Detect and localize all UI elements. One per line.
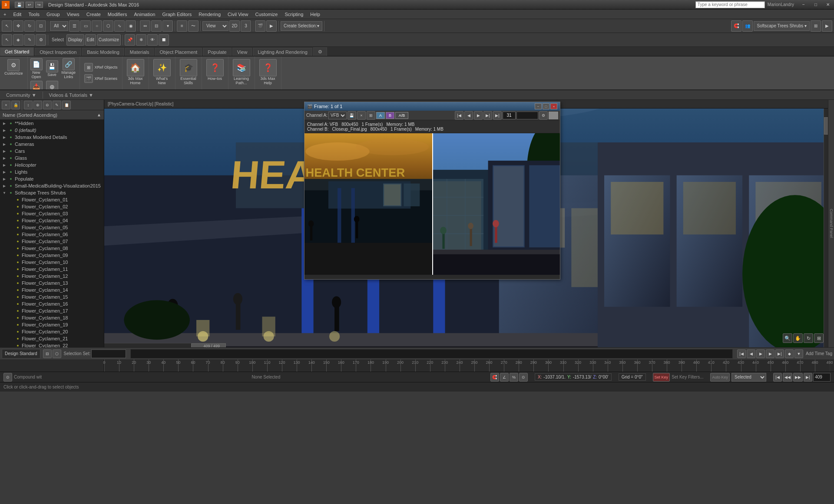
visible-btn[interactable]: 👁 [147, 34, 158, 46]
scene-item[interactable]: ● Flower_Cyclamen_21 [0, 335, 104, 342]
scene-item[interactable]: ▶ ● Glass [0, 155, 104, 161]
mirror-tool[interactable]: ⇔ [140, 20, 150, 32]
ribbon-xref-scenes-btn[interactable]: 🎬 XRef Scenes [83, 73, 119, 84]
scene-item[interactable]: ▶ ● **Hidden [0, 120, 104, 127]
menu-modifiers[interactable]: Modifiers [104, 11, 131, 18]
scene-item[interactable]: ● Flower_Cyclamen_09 [0, 252, 104, 259]
fw-save-a[interactable]: 💾 [348, 111, 356, 120]
scene-item[interactable]: ● Flower_Cyclamen_11 [0, 266, 104, 273]
se-add-btn[interactable]: ⊕ [33, 101, 42, 109]
anim-filter-btn[interactable]: ▼ [794, 349, 803, 358]
menu-help[interactable]: Help [307, 11, 324, 18]
selected-dropdown[interactable]: Selected [731, 373, 766, 382]
scene-item[interactable]: ● Flower_Cyclamen_02 [0, 203, 104, 210]
nav-maximize[interactable]: ⊞ [814, 333, 824, 343]
frame-number-input[interactable] [813, 373, 831, 382]
percent-snap-btn[interactable]: % [510, 373, 518, 382]
timeline-bar[interactable] [130, 349, 733, 359]
anim-prev-btn[interactable]: ◀ [747, 349, 755, 358]
viewport-scrollbar-h[interactable]: 409 / 499 [104, 343, 226, 347]
scene-item[interactable]: ● Flower_Cyclamen_13 [0, 280, 104, 287]
move-tool[interactable]: ✥ [13, 20, 23, 32]
auto-key-btn[interactable]: Auto Key [710, 373, 730, 382]
viewport-area[interactable]: [PhysCamera-CloseUp] [Realistic] [104, 100, 828, 347]
select-rect[interactable]: ▭ [80, 20, 91, 32]
tab-settings[interactable]: ⚙ [313, 47, 327, 56]
tab-view[interactable]: View [232, 48, 252, 56]
scene-item[interactable]: ● Flower_Cyclamen_18 [0, 314, 104, 321]
fw-clone-a[interactable]: ⊞ [367, 111, 375, 120]
render-active[interactable]: ▶ [822, 20, 832, 32]
fw-max[interactable]: □ [543, 103, 549, 109]
scene-item[interactable]: ▶ ● Populate [0, 175, 104, 182]
render-setup[interactable]: 🎬 [255, 20, 265, 32]
se-remove-btn[interactable]: ⊖ [43, 101, 52, 109]
videos-btn[interactable]: Videos & Tutorials ▼ [45, 92, 98, 99]
magnet-tool[interactable]: 🧲 [731, 20, 741, 32]
minimize-button[interactable]: − [798, 0, 810, 10]
ribbon-whats-new-btn[interactable]: ✨ What'sNew [152, 58, 172, 86]
nav-zoom[interactable]: 🔍 [783, 333, 792, 343]
scene-item[interactable]: ● Flower_Cyclamen_07 [0, 238, 104, 245]
scene-item[interactable]: ▶ ● 3dsmax Modeled Details [0, 134, 104, 141]
select-by-name[interactable]: ☰ [69, 20, 79, 32]
tab-get-started[interactable]: Get Started [0, 47, 34, 56]
scene-item[interactable]: ▶ ● Helicopter [0, 161, 104, 168]
ribbon-xref-objects-btn[interactable]: ⊞ XRef Objects [83, 62, 119, 72]
scene-item[interactable]: ● Flower_Cyclamen_15 [0, 293, 104, 300]
close-button[interactable]: ✕ [822, 0, 834, 10]
scene-item[interactable]: ● Flower_Cyclamen_22 [0, 342, 104, 347]
menu-plus[interactable]: + [0, 11, 10, 18]
layer-manager[interactable]: ≡ [177, 20, 187, 32]
align-tool[interactable]: ⊟ [151, 20, 162, 32]
scene-item[interactable]: ● Flower_Cyclamen_06 [0, 231, 104, 238]
se-sort-btn[interactable]: ↕ [24, 101, 33, 109]
spinner-snap-btn[interactable]: ⊙ [519, 373, 528, 382]
select-filter-dropdown[interactable]: All [50, 21, 68, 31]
freeze-btn[interactable]: ❄ [136, 34, 146, 46]
render-btn[interactable]: ▶ [266, 20, 277, 32]
tab-object-placement[interactable]: Object Placement [155, 48, 202, 56]
anim-first-btn[interactable]: |◀ [737, 349, 746, 358]
scene-item[interactable]: ● Flower_Cyclamen_10 [0, 259, 104, 266]
maximize-button[interactable]: □ [810, 0, 822, 10]
angle-snap-btn[interactable]: ∠ [500, 373, 509, 382]
sel-btn2[interactable]: Edit [85, 34, 96, 46]
ribbon-save-btn[interactable]: 💾 Save [44, 59, 60, 78]
snap-2d[interactable]: 2D [229, 20, 240, 32]
quick-redo-btn[interactable]: ↪ [35, 2, 43, 8]
wire-btn[interactable]: ⬡ [53, 349, 61, 358]
scene-item[interactable]: ● Flower_Cyclamen_16 [0, 300, 104, 307]
populate-btn[interactable]: 👥 [742, 20, 753, 32]
nav-pan[interactable]: ✋ [793, 333, 803, 343]
anim-play-btn[interactable]: ▶ [756, 349, 765, 358]
scene-item[interactable]: ▶ ● Cameras [0, 141, 104, 148]
create-selection-dropdown[interactable]: Create Selection:▾ [281, 21, 322, 31]
fw-settings[interactable]: ⚙ [539, 111, 548, 120]
sel-btn1[interactable]: Display [66, 34, 84, 46]
frame-compare-divider[interactable] [432, 133, 433, 275]
scene-item[interactable]: ● Flower_Cyclamen_12 [0, 273, 104, 280]
tab-lighting-rendering[interactable]: Lighting And Rendering [253, 48, 312, 56]
se-close-btn[interactable]: × [2, 101, 10, 109]
tab-materials[interactable]: Materials [125, 48, 154, 56]
scene-item[interactable]: ● Flower_Cyclamen_03 [0, 210, 104, 217]
render-frame[interactable]: ⊞ [811, 20, 821, 32]
menu-animation[interactable]: Animation [130, 11, 159, 18]
scene-item[interactable]: ▼ ● Softscape Trees Shrubs [0, 189, 104, 196]
scale-tool[interactable]: ⊡ [36, 20, 46, 32]
rotate-tool[interactable]: ↻ [24, 20, 35, 32]
se-lock-btn[interactable]: 🔒 [11, 101, 20, 109]
tab-basic-modeling[interactable]: Basic Modeling [82, 48, 124, 56]
scene-item[interactable]: ● Flower_Cyclamen_20 [0, 328, 104, 335]
t-last[interactable]: ▶| [804, 373, 812, 382]
schematic-btn[interactable]: ⊟ [43, 349, 52, 358]
se-scroll-up[interactable]: ▲ [97, 112, 101, 117]
scene-item[interactable]: ● Flower_Cyclamen_14 [0, 287, 104, 293]
fw-close[interactable]: × [550, 103, 557, 109]
fw-display-mode[interactable] [549, 112, 558, 119]
t-prev[interactable]: ◀◀ [783, 373, 792, 382]
scene-item[interactable]: ● Flower_Cyclamen_04 [0, 217, 104, 224]
scene-item[interactable]: ● Flower_Cyclamen_19 [0, 321, 104, 328]
ribbon-manage-btn[interactable]: 🔗 ManageLinks [60, 57, 78, 80]
